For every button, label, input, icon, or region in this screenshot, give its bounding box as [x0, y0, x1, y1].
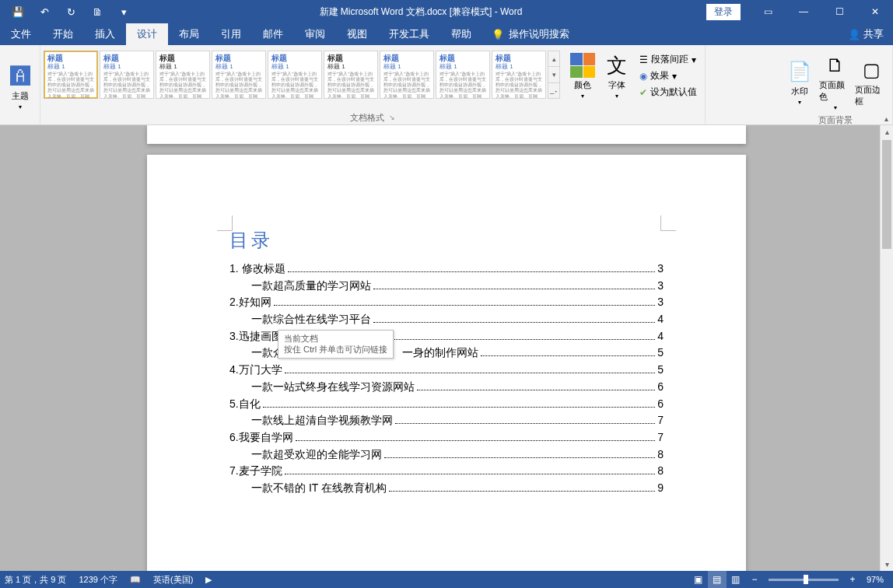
dialog-launcher[interactable]: ↘ — [389, 114, 395, 121]
doc-format-group-label: 文档格式 ↘ — [40, 110, 705, 124]
ribbon-group-doc-format: 标题标题 1对于"插入"选项卡上的库，在设计时需要与文档中的项目协调外观，您可以… — [40, 45, 706, 124]
style-thumb[interactable]: 标题标题 1对于"插入"选项卡上的库，在设计时需要与文档中的项目协调外观，您可以… — [380, 51, 434, 99]
redo-button[interactable]: ↻ — [59, 2, 82, 21]
tab-help[interactable]: 帮助 — [440, 23, 482, 45]
page-bg-group-label: 页面背景 — [779, 114, 892, 126]
style-thumb[interactable]: 标题标题 1对于"插入"选项卡上的库，在设计时需要与文档中的项目协调外观，您可以… — [436, 51, 490, 99]
style-thumb[interactable]: 标题标题 1对于"插入"选项卡上的库，在设计时需要与文档中的项目协调外观，您可以… — [156, 51, 210, 99]
gallery-up[interactable]: ▴ — [548, 51, 559, 67]
maximize-button[interactable]: ☐ — [821, 0, 857, 23]
scroll-thumb[interactable] — [882, 140, 891, 249]
toc-text: 一款超受欢迎的全能学习网 — [251, 446, 382, 464]
toc-entry[interactable]: 6.我要自学网7 — [229, 429, 664, 446]
status-language[interactable]: 英语(美国) — [153, 574, 193, 586]
undo-button[interactable]: ↶ — [33, 2, 56, 21]
themes-button[interactable]: 🅰 主题 ▾ — [5, 59, 35, 110]
toc-page: 3 — [657, 294, 664, 311]
scroll-up[interactable]: ▴ — [881, 125, 893, 138]
toc-entry[interactable]: 7.麦子学院8 — [229, 463, 664, 480]
toc-entry[interactable]: 一款超高质量的学习网站3 — [229, 278, 664, 295]
toc-page: 5 — [657, 362, 664, 379]
qat-btn[interactable]: 🗎 — [86, 2, 109, 21]
style-gallery: 标题标题 1对于"插入"选项卡上的库，在设计时需要与文档中的项目协调外观，您可以… — [44, 51, 546, 103]
para-spacing-button[interactable]: ☰ 段落间距▾ — [638, 52, 699, 67]
tab-mailings[interactable]: 邮件 — [252, 23, 294, 45]
toc-entry[interactable]: 2.好知网3 — [229, 294, 664, 311]
colors-button[interactable]: 颜色 ▾ — [566, 48, 599, 103]
style-thumb[interactable]: 标题标题 1对于"插入"选项卡上的库，在设计时需要与文档中的项目协调外观，您可以… — [44, 51, 98, 99]
status-wordcount[interactable]: 1239 个字 — [79, 574, 117, 586]
toc-text: 一款综合性在线学习平台 — [251, 311, 371, 328]
close-button[interactable]: ✕ — [857, 0, 893, 23]
save-button[interactable]: 💾 — [6, 2, 30, 21]
collapse-ribbon-button[interactable]: ▴ — [884, 114, 888, 123]
view-read-mode[interactable]: ▣ — [689, 571, 708, 588]
tab-home[interactable]: 开始 — [42, 23, 84, 45]
status-macro-icon[interactable]: ▶ — [205, 575, 212, 585]
tell-me-search[interactable]: 💡 操作说明搜索 — [482, 23, 579, 45]
page-color-button[interactable]: 🗋 页面颜色 ▾ — [819, 48, 852, 111]
effects-button[interactable]: ◉ 效果▾ — [638, 68, 699, 83]
toc-entry[interactable]: 一款一站式终身在线学习资源网站6 — [229, 379, 664, 396]
vertical-scrollbar[interactable]: ▴ ▾ — [880, 125, 893, 571]
style-thumb[interactable]: 标题标题 1对于"插入"选项卡上的库，在设计时需要与文档中的项目协调外观，您可以… — [100, 51, 154, 99]
menubar: 文件 开始 插入 设计 布局 引用 邮件 审阅 视图 开发工具 帮助 💡 操作说… — [0, 23, 893, 45]
tab-design[interactable]: 设计 — [126, 23, 168, 45]
tab-developer[interactable]: 开发工具 — [378, 23, 440, 45]
scroll-down[interactable]: ▾ — [881, 558, 893, 571]
toc-text: 6.我要自学网 — [229, 429, 293, 446]
tab-layout[interactable]: 布局 — [168, 23, 210, 45]
toc-text: 一款线上超清自学视频教学网 — [251, 412, 393, 429]
status-page[interactable]: 第 1 页，共 9 页 — [5, 574, 66, 586]
toc-entry[interactable]: 一款线上超清自学视频教学网7 — [229, 412, 664, 429]
fonts-icon: 文 — [607, 52, 627, 79]
fonts-button[interactable]: 文 字体 ▾ — [601, 48, 633, 103]
ribbon-display-options[interactable]: ▭ — [750, 0, 786, 23]
hyperlink-tooltip: 当前文档按住 Ctrl 并单击可访问链接 — [278, 330, 394, 359]
page-borders-button[interactable]: ▢ 页面边框 — [855, 53, 888, 107]
page: 目录 1. 修改标题3一款超高质量的学习网站32.好知网3一款综合性在线学习平台… — [147, 155, 746, 571]
style-thumb[interactable]: 标题标题 1对于"插入"选项卡上的库，在设计时需要与文档中的项目协调外观，您可以… — [492, 51, 546, 99]
status-proofing-icon[interactable]: 📖 — [130, 575, 141, 585]
tab-insert[interactable]: 插入 — [84, 23, 126, 45]
ribbon-format-list: ☰ 段落间距▾ ◉ 效果▾ ✔ 设为默认值 — [635, 48, 702, 103]
scroll-track[interactable] — [881, 138, 893, 558]
chevron-down-icon: ▾ — [121, 6, 127, 18]
style-thumb[interactable]: 标题标题 1对于"插入"选项卡上的库，在设计时需要与文档中的项目协调外观，您可以… — [324, 51, 378, 99]
toc-entry[interactable]: 一款超受欢迎的全能学习网8 — [229, 446, 664, 464]
gallery-more[interactable]: ⎯▾ — [548, 83, 559, 98]
zoom-in[interactable]: + — [843, 571, 862, 588]
zoom-slider[interactable] — [769, 579, 839, 581]
toc-entry[interactable]: 一款综合性在线学习平台4 — [229, 311, 664, 328]
view-web-layout[interactable]: ▥ — [727, 571, 745, 588]
zoom-value[interactable]: 97% — [867, 575, 884, 584]
login-button[interactable]: 登录 — [706, 4, 741, 20]
style-thumb[interactable]: 标题标题 1对于"插入"选项卡上的库，在设计时需要与文档中的项目协调外观，您可以… — [212, 51, 266, 99]
qat-customize[interactable]: ▾ — [112, 2, 135, 21]
margin-corner — [217, 215, 233, 231]
toc-entry[interactable]: 一款不错的 IT 在线教育机构9 — [229, 480, 664, 497]
toc-entry[interactable]: 1. 修改标题3 — [229, 261, 664, 278]
share-button[interactable]: 👤 共享 — [839, 23, 893, 45]
toc-entry[interactable]: 5.自化6 — [229, 396, 664, 413]
toc-page: 7 — [657, 412, 664, 429]
watermark-button[interactable]: 📄 水印 ▾ — [783, 54, 816, 106]
toc-heading: 目录 — [229, 228, 664, 253]
document-area[interactable]: 目录 1. 修改标题3一款超高质量的学习网站32.好知网3一款综合性在线学习平台… — [0, 125, 893, 571]
style-thumb[interactable]: 标题标题 1对于"插入"选项卡上的库，在设计时需要与文档中的项目协调外观，您可以… — [268, 51, 322, 99]
tab-view[interactable]: 视图 — [336, 23, 378, 45]
tell-me-placeholder: 操作说明搜索 — [509, 27, 569, 41]
toc-page: 4 — [657, 311, 664, 328]
chevron-down-icon: ▾ — [798, 99, 801, 106]
view-print-layout[interactable]: ▤ — [708, 571, 727, 588]
toc-entry[interactable]: 4.万门大学5 — [229, 362, 664, 379]
toc-text: 一款不错的 IT 在线教育机构 — [251, 480, 387, 497]
minimize-button[interactable]: — — [786, 0, 821, 23]
tab-references[interactable]: 引用 — [210, 23, 252, 45]
titlebar: 💾 ↶ ↻ 🗎 ▾ 新建 Microsoft Word 文档.docx [兼容模… — [0, 0, 893, 23]
set-default-button[interactable]: ✔ 设为默认值 — [638, 85, 699, 100]
zoom-out[interactable]: − — [745, 571, 764, 588]
tab-review[interactable]: 审阅 — [294, 23, 336, 45]
tab-file[interactable]: 文件 — [0, 23, 42, 45]
gallery-down[interactable]: ▾ — [548, 67, 559, 82]
